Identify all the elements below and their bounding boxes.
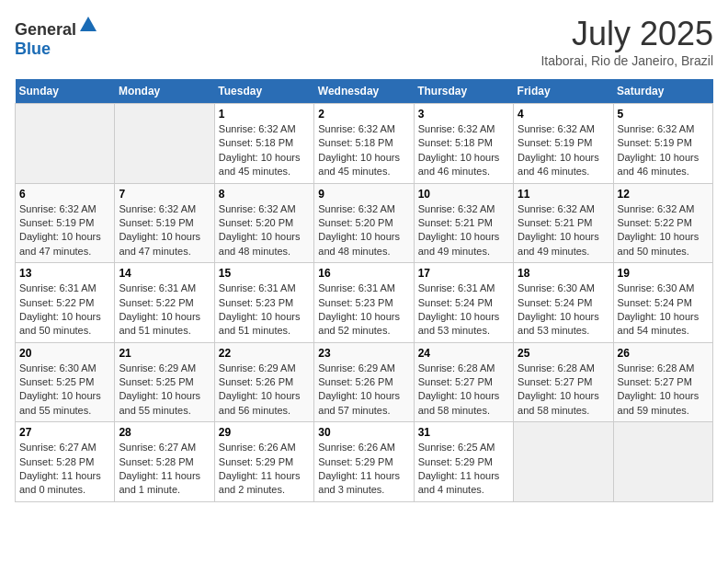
calendar-cell: 9Sunrise: 6:32 AMSunset: 5:20 PMDaylight… <box>314 183 414 263</box>
logo-icon <box>78 15 98 35</box>
page-header: General Blue July 2025 Itaborai, Rio de … <box>15 15 713 68</box>
calendar-cell: 15Sunrise: 6:31 AMSunset: 5:23 PMDayligh… <box>214 263 313 343</box>
calendar-header-wednesday: Wednesday <box>314 79 414 104</box>
day-number: 14 <box>119 267 210 280</box>
calendar-header-monday: Monday <box>115 79 214 104</box>
calendar-cell: 24Sunrise: 6:28 AMSunset: 5:27 PMDayligh… <box>414 342 513 422</box>
day-number: 25 <box>518 347 609 360</box>
calendar-cell: 8Sunrise: 6:32 AMSunset: 5:20 PMDaylight… <box>214 183 313 263</box>
calendar-cell: 7Sunrise: 6:32 AMSunset: 5:19 PMDaylight… <box>115 183 214 263</box>
calendar-cell: 27Sunrise: 6:27 AMSunset: 5:28 PMDayligh… <box>16 422 115 502</box>
title-block: July 2025 Itaborai, Rio de Janeiro, Braz… <box>540 15 713 68</box>
calendar-cell: 5Sunrise: 6:32 AMSunset: 5:19 PMDaylight… <box>613 104 712 184</box>
day-detail: Sunrise: 6:31 AMSunset: 5:22 PMDaylight:… <box>119 282 210 339</box>
calendar-cell: 1Sunrise: 6:32 AMSunset: 5:18 PMDaylight… <box>214 104 313 184</box>
calendar-cell: 11Sunrise: 6:32 AMSunset: 5:21 PMDayligh… <box>514 183 613 263</box>
calendar-header-saturday: Saturday <box>613 79 712 104</box>
calendar-cell: 20Sunrise: 6:30 AMSunset: 5:25 PMDayligh… <box>16 342 115 422</box>
calendar-cell: 4Sunrise: 6:32 AMSunset: 5:19 PMDaylight… <box>514 104 613 184</box>
day-detail: Sunrise: 6:32 AMSunset: 5:21 PMDaylight:… <box>418 202 509 259</box>
day-number: 29 <box>219 426 310 439</box>
day-detail: Sunrise: 6:29 AMSunset: 5:26 PMDaylight:… <box>219 362 310 419</box>
day-number: 26 <box>618 347 709 360</box>
calendar-cell: 12Sunrise: 6:32 AMSunset: 5:22 PMDayligh… <box>613 183 712 263</box>
day-number: 1 <box>219 108 310 121</box>
svg-marker-0 <box>80 17 97 31</box>
day-detail: Sunrise: 6:30 AMSunset: 5:24 PMDaylight:… <box>618 282 709 339</box>
day-number: 22 <box>219 347 310 360</box>
calendar-cell: 13Sunrise: 6:31 AMSunset: 5:22 PMDayligh… <box>16 263 115 343</box>
subtitle: Itaborai, Rio de Janeiro, Brazil <box>540 53 713 68</box>
calendar-cell: 23Sunrise: 6:29 AMSunset: 5:26 PMDayligh… <box>314 342 414 422</box>
day-detail: Sunrise: 6:26 AMSunset: 5:29 PMDaylight:… <box>318 441 409 498</box>
day-number: 2 <box>318 108 409 121</box>
calendar-cell: 26Sunrise: 6:28 AMSunset: 5:27 PMDayligh… <box>613 342 712 422</box>
calendar-cell: 19Sunrise: 6:30 AMSunset: 5:24 PMDayligh… <box>613 263 712 343</box>
day-detail: Sunrise: 6:32 AMSunset: 5:18 PMDaylight:… <box>219 122 310 179</box>
calendar-cell: 2Sunrise: 6:32 AMSunset: 5:18 PMDaylight… <box>314 104 414 184</box>
day-detail: Sunrise: 6:29 AMSunset: 5:26 PMDaylight:… <box>318 362 409 419</box>
calendar-cell: 10Sunrise: 6:32 AMSunset: 5:21 PMDayligh… <box>414 183 513 263</box>
calendar-cell <box>115 104 214 184</box>
calendar-cell: 18Sunrise: 6:30 AMSunset: 5:24 PMDayligh… <box>514 263 613 343</box>
calendar-cell: 29Sunrise: 6:26 AMSunset: 5:29 PMDayligh… <box>214 422 313 502</box>
calendar-week-1: 1Sunrise: 6:32 AMSunset: 5:18 PMDaylight… <box>16 104 713 184</box>
calendar-header-sunday: Sunday <box>16 79 115 104</box>
calendar-cell: 31Sunrise: 6:25 AMSunset: 5:29 PMDayligh… <box>414 422 513 502</box>
day-detail: Sunrise: 6:30 AMSunset: 5:25 PMDaylight:… <box>19 362 110 419</box>
day-detail: Sunrise: 6:31 AMSunset: 5:23 PMDaylight:… <box>318 282 409 339</box>
calendar-cell <box>16 104 115 184</box>
day-number: 13 <box>19 267 110 280</box>
day-number: 6 <box>19 188 110 201</box>
day-number: 20 <box>19 347 110 360</box>
calendar-week-3: 13Sunrise: 6:31 AMSunset: 5:22 PMDayligh… <box>16 263 713 343</box>
day-number: 30 <box>318 426 409 439</box>
logo-text: General Blue <box>15 15 98 59</box>
day-detail: Sunrise: 6:32 AMSunset: 5:21 PMDaylight:… <box>518 202 609 259</box>
calendar-cell <box>613 422 712 502</box>
calendar-table: SundayMondayTuesdayWednesdayThursdayFrid… <box>15 79 713 502</box>
day-detail: Sunrise: 6:32 AMSunset: 5:20 PMDaylight:… <box>219 202 310 259</box>
logo: General Blue <box>15 15 98 59</box>
day-detail: Sunrise: 6:28 AMSunset: 5:27 PMDaylight:… <box>618 362 709 419</box>
day-detail: Sunrise: 6:32 AMSunset: 5:19 PMDaylight:… <box>119 202 210 259</box>
day-number: 18 <box>518 267 609 280</box>
calendar-cell: 22Sunrise: 6:29 AMSunset: 5:26 PMDayligh… <box>214 342 313 422</box>
day-number: 28 <box>119 426 210 439</box>
day-number: 8 <box>219 188 310 201</box>
day-number: 15 <box>219 267 310 280</box>
day-number: 3 <box>418 108 509 121</box>
day-number: 12 <box>618 188 709 201</box>
calendar-cell: 6Sunrise: 6:32 AMSunset: 5:19 PMDaylight… <box>16 183 115 263</box>
calendar-header-thursday: Thursday <box>414 79 513 104</box>
day-detail: Sunrise: 6:28 AMSunset: 5:27 PMDaylight:… <box>418 362 509 419</box>
day-detail: Sunrise: 6:25 AMSunset: 5:29 PMDaylight:… <box>418 441 509 498</box>
calendar-cell: 3Sunrise: 6:32 AMSunset: 5:18 PMDaylight… <box>414 104 513 184</box>
calendar-cell: 30Sunrise: 6:26 AMSunset: 5:29 PMDayligh… <box>314 422 414 502</box>
day-detail: Sunrise: 6:32 AMSunset: 5:18 PMDaylight:… <box>318 122 409 179</box>
day-number: 24 <box>418 347 509 360</box>
logo-general: General <box>15 20 76 39</box>
calendar-header-tuesday: Tuesday <box>214 79 313 104</box>
calendar-week-2: 6Sunrise: 6:32 AMSunset: 5:19 PMDaylight… <box>16 183 713 263</box>
day-detail: Sunrise: 6:28 AMSunset: 5:27 PMDaylight:… <box>518 362 609 419</box>
day-detail: Sunrise: 6:32 AMSunset: 5:19 PMDaylight:… <box>618 122 709 179</box>
day-number: 10 <box>418 188 509 201</box>
day-number: 7 <box>119 188 210 201</box>
day-number: 4 <box>518 108 609 121</box>
day-detail: Sunrise: 6:31 AMSunset: 5:24 PMDaylight:… <box>418 282 509 339</box>
day-detail: Sunrise: 6:31 AMSunset: 5:23 PMDaylight:… <box>219 282 310 339</box>
day-detail: Sunrise: 6:32 AMSunset: 5:19 PMDaylight:… <box>19 202 110 259</box>
day-number: 27 <box>19 426 110 439</box>
day-detail: Sunrise: 6:29 AMSunset: 5:25 PMDaylight:… <box>119 362 210 419</box>
calendar-cell: 25Sunrise: 6:28 AMSunset: 5:27 PMDayligh… <box>514 342 613 422</box>
day-number: 11 <box>518 188 609 201</box>
calendar-cell: 16Sunrise: 6:31 AMSunset: 5:23 PMDayligh… <box>314 263 414 343</box>
day-number: 19 <box>618 267 709 280</box>
main-title: July 2025 <box>540 15 713 53</box>
day-number: 9 <box>318 188 409 201</box>
day-detail: Sunrise: 6:32 AMSunset: 5:22 PMDaylight:… <box>618 202 709 259</box>
day-detail: Sunrise: 6:32 AMSunset: 5:20 PMDaylight:… <box>318 202 409 259</box>
day-detail: Sunrise: 6:27 AMSunset: 5:28 PMDaylight:… <box>119 441 210 498</box>
day-detail: Sunrise: 6:31 AMSunset: 5:22 PMDaylight:… <box>19 282 110 339</box>
